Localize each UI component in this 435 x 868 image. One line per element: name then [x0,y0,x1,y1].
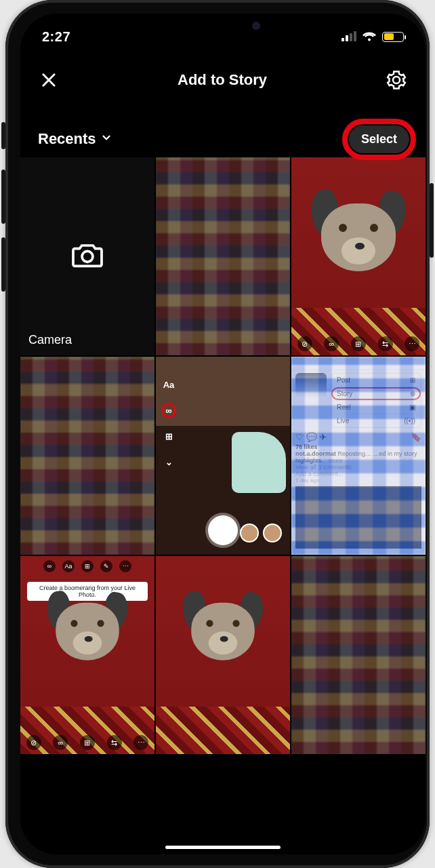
thumbnail-icon-row: ⊘ ∞ ⊞ ⇆ ⋯ [291,336,426,351]
boomerang-icon: ∞ [161,403,176,418]
phone-frame: 2:27 Add to Story [5,0,430,868]
svg-point-0 [82,251,93,262]
shutter-button-icon [208,515,238,545]
layout-icon: ⊞ [161,429,176,443]
wifi-icon [362,31,377,42]
text-tool-icon: Aa [62,560,75,572]
boomerang-icon: ∞ [43,560,56,572]
status-right [341,31,404,42]
settings-button[interactable] [386,70,407,90]
cellular-signal-icon [341,32,356,41]
more-icon: ⋯ [119,560,131,572]
thumbnail-icon-row: ⊘ ∞ ⊞ ⇆ ⋯ [20,735,154,750]
photo-thumbnail[interactable]: ∞ Aa ⊞ ✎ ⋯ Create a boomerang from your … [20,556,154,754]
header: Add to Story [20,58,426,102]
photo-thumbnail[interactable] [156,157,290,355]
select-button[interactable]: Select [349,125,409,153]
chevron-down-icon: ⌄ [161,454,176,469]
photo-thumbnail[interactable]: Aa ∞ ⊞ ⌄ [156,357,290,555]
photo-thumbnail[interactable] [20,357,154,555]
layout-icon: ⊞ [351,336,366,351]
camera-icon [68,236,106,277]
story-side-tools: Aa ∞ ⊞ ⌄ [161,377,176,469]
chevron-down-icon [100,130,112,148]
home-indicator[interactable] [165,846,281,849]
dog-illustration [180,591,266,677]
roll-shape [232,432,286,493]
dog-illustration [308,190,409,292]
phone-notch [138,14,308,38]
boomerang-icon: ∞ [53,735,68,750]
album-label: Recents [38,130,96,148]
photo-grid: Camera ⊘ ∞ ⊞ ⇆ ⋯ [20,157,426,854]
photo-thumbnail[interactable] [156,556,290,754]
select-button-wrap: Select [349,125,409,153]
status-time: 2:27 [42,29,70,45]
screen: 2:27 Add to Story [20,14,426,854]
story-top-tools: ∞ Aa ⊞ ✎ ⋯ [43,560,131,572]
album-row: Recents Select [20,121,426,157]
swap-icon: ⇆ [378,336,393,351]
select-button-label: Select [361,132,397,146]
photo-thumbnail[interactable]: ⊘ ∞ ⊞ ⇆ ⋯ [291,157,426,355]
album-picker[interactable]: Recents [38,130,112,148]
filter-faces [240,524,282,542]
photo-thumbnail[interactable] [291,556,426,754]
camera-label: Camera [28,333,72,347]
battery-icon [382,32,404,42]
photo-thumbnail[interactable]: Post⊞ Story⊕ Reel▣ Live((•)) ♡ 💬 ✈ 🔖 76 … [291,357,426,555]
pixelated-region [295,486,421,549]
no-icon: ⊘ [26,735,41,750]
no-icon: ⊘ [297,336,312,351]
boomerang-icon: ∞ [324,336,339,351]
layout-icon: ⊞ [80,735,95,750]
page-title: Add to Story [178,71,267,89]
layout-icon: ⊞ [81,560,94,572]
camera-tile[interactable]: Camera [20,157,154,355]
phone-side-button [430,183,434,258]
draw-icon: ✎ [100,560,112,572]
more-icon: ⋯ [405,336,419,351]
dog-illustration [44,591,131,677]
text-tool-icon: Aa [161,377,176,392]
more-icon: ⋯ [133,735,148,750]
swap-icon: ⇆ [107,735,122,750]
close-button[interactable] [39,71,58,90]
